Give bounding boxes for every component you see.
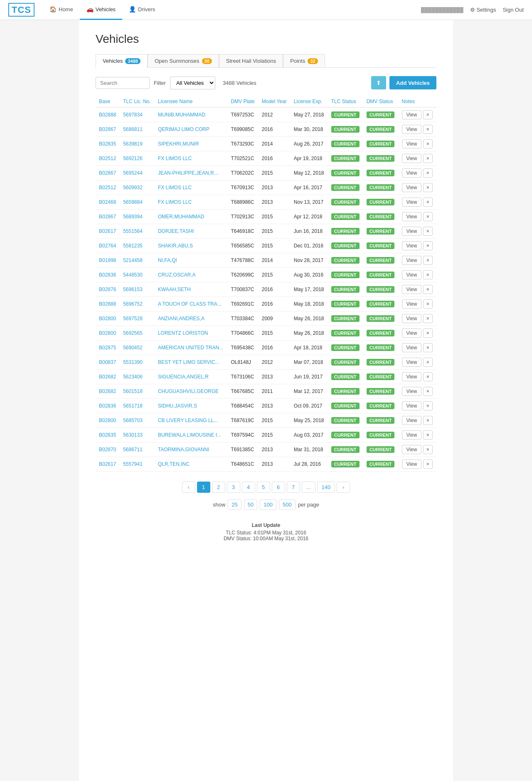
delete-button[interactable]: × (423, 299, 433, 309)
view-button[interactable]: View (402, 401, 422, 410)
page-4-button[interactable]: 4 (242, 482, 255, 493)
delete-button[interactable]: × (423, 416, 433, 425)
per-page-500[interactable]: 500 (279, 499, 296, 510)
view-button[interactable]: View (402, 416, 422, 425)
per-page-50[interactable]: 50 (244, 499, 257, 510)
base-link[interactable]: B02888 (99, 112, 116, 118)
base-link[interactable]: B02800 (99, 330, 116, 336)
name-link[interactable]: OMER,MUHAMMAD (158, 214, 204, 220)
tlc-link[interactable]: 5557941 (123, 461, 143, 467)
tab-open-summonses[interactable]: Open Summonses 30 (148, 54, 219, 67)
base-link[interactable]: B02682 (99, 374, 116, 380)
name-link[interactable]: CRUZ,OSCAR,A (158, 272, 196, 278)
search-input[interactable] (96, 77, 150, 89)
view-button[interactable]: View (402, 256, 422, 265)
base-link[interactable]: B02836 (99, 272, 116, 278)
name-link[interactable]: CB LIVERY LEASING LL... (158, 418, 218, 423)
view-button[interactable]: View (402, 299, 422, 309)
view-button[interactable]: View (402, 445, 422, 454)
tlc-link[interactable]: 5601518 (123, 388, 143, 394)
delete-button[interactable]: × (423, 430, 433, 440)
tab-points[interactable]: Points 32 (283, 54, 325, 67)
tlc-link[interactable]: 5685703 (123, 418, 143, 423)
base-link[interactable]: B02617 (99, 461, 116, 467)
base-link[interactable]: B02682 (99, 388, 116, 394)
view-button[interactable]: View (402, 183, 422, 192)
name-link[interactable]: SIDHU,JASVIR,S (158, 403, 197, 409)
delete-button[interactable]: × (423, 387, 433, 396)
per-page-100[interactable]: 100 (260, 499, 276, 510)
per-page-25[interactable]: 25 (228, 499, 241, 510)
view-button[interactable]: View (402, 430, 422, 440)
settings-link[interactable]: ⚙ Settings (470, 7, 496, 13)
view-button[interactable]: View (402, 139, 422, 148)
name-link[interactable]: LORENTZ LORISTON (158, 330, 208, 336)
base-link[interactable]: B02867 (99, 170, 116, 176)
base-link[interactable]: B02888 (99, 301, 116, 307)
nav-home[interactable]: 🏠 Home (43, 0, 80, 20)
tlc-link[interactable]: 5695244 (123, 170, 143, 176)
nav-vehicles[interactable]: 🚗 Vehicles (80, 0, 122, 20)
name-link[interactable]: BUREWALA LIMOUSINE I... (158, 432, 221, 438)
tlc-link[interactable]: 5692126 (123, 156, 143, 161)
tlc-link[interactable]: 5659884 (123, 199, 143, 205)
base-link[interactable]: B02468 (99, 199, 116, 205)
base-link[interactable]: B02512 (99, 156, 116, 161)
base-link[interactable]: B02800 (99, 316, 116, 321)
page-prev-button[interactable]: ‹ (182, 482, 195, 493)
delete-button[interactable]: × (423, 270, 433, 279)
delete-button[interactable]: × (423, 445, 433, 454)
page-next-button[interactable]: › (337, 482, 350, 493)
tab-vehicles[interactable]: Vehicles 3488 (96, 54, 148, 68)
name-link[interactable]: NI,FA,QI (158, 257, 177, 263)
view-button[interactable]: View (402, 460, 422, 469)
delete-button[interactable]: × (423, 401, 433, 410)
tlc-link[interactable]: 5651718 (123, 403, 143, 409)
delete-button[interactable]: × (423, 358, 433, 367)
name-link[interactable]: SHAKIR,ABU,S (158, 243, 193, 249)
delete-button[interactable]: × (423, 343, 433, 352)
view-button[interactable]: View (402, 168, 422, 178)
page-3-button[interactable]: 3 (227, 482, 240, 493)
delete-button[interactable]: × (423, 212, 433, 221)
tlc-link[interactable]: 5692565 (123, 330, 143, 336)
base-link[interactable]: B02764 (99, 243, 116, 249)
base-link[interactable]: B02867 (99, 214, 116, 220)
view-button[interactable]: View (402, 154, 422, 163)
tlc-link[interactable]: 5689394 (123, 214, 143, 220)
base-link[interactable]: B02800 (99, 418, 116, 423)
nav-drivers[interactable]: 👤 Drivers (122, 0, 162, 20)
view-button[interactable]: View (402, 343, 422, 352)
name-link[interactable]: JEAN-PHILIPPE,JEAN,R... (158, 170, 218, 176)
export-button[interactable]: ⬆ (371, 76, 386, 89)
tlc-link[interactable]: 5623406 (123, 374, 143, 380)
tlc-link[interactable]: 5696752 (123, 301, 143, 307)
name-link[interactable]: MUNIB,MUHAMMAD (158, 112, 205, 118)
page-5-button[interactable]: 5 (257, 482, 270, 493)
name-link[interactable]: A TOUCH OF CLASS TRA... (158, 301, 222, 307)
base-link[interactable]: B02835 (99, 141, 116, 147)
delete-button[interactable]: × (423, 227, 433, 236)
delete-button[interactable]: × (423, 256, 433, 265)
base-link[interactable]: B02867 (99, 126, 116, 132)
page-1-button[interactable]: 1 (197, 482, 210, 493)
view-button[interactable]: View (402, 314, 422, 323)
view-button[interactable]: View (402, 198, 422, 207)
base-link[interactable]: B02617 (99, 228, 116, 234)
tlc-link[interactable]: 5531390 (123, 359, 143, 365)
page-7-button[interactable]: 7 (287, 482, 300, 493)
view-button[interactable]: View (402, 285, 422, 294)
name-link[interactable]: SIPEKHRI,MUNIR (158, 141, 199, 147)
tlc-link[interactable]: 5696153 (123, 287, 143, 292)
delete-button[interactable]: × (423, 372, 433, 381)
filter-select[interactable]: All Vehicles Active Inactive (170, 77, 215, 89)
tlc-link[interactable]: 5581235 (123, 243, 143, 249)
name-link[interactable]: FX LIMOS LLC (158, 199, 192, 205)
name-link[interactable]: AMERICAN UNITED TRAN... (158, 345, 223, 351)
base-link[interactable]: B02836 (99, 403, 116, 409)
page-last-button[interactable]: 140 (317, 482, 335, 493)
name-link[interactable]: BEST YET LIMO SERVIC... (158, 359, 219, 365)
view-button[interactable]: View (402, 329, 422, 338)
tlc-link[interactable]: 5686711 (123, 447, 143, 452)
delete-button[interactable]: × (423, 110, 433, 119)
